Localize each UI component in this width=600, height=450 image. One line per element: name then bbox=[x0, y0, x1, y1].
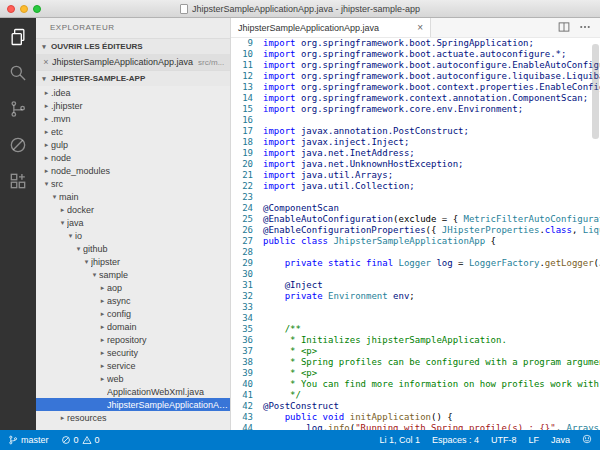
minimize-window-button[interactable] bbox=[20, 5, 28, 13]
line-number: 26 bbox=[231, 225, 253, 236]
line-number: 37 bbox=[231, 346, 253, 357]
activity-bar-item-extensions[interactable] bbox=[0, 165, 36, 201]
code-line-13[interactable]: 13import org.springframework.boot.contex… bbox=[231, 82, 600, 93]
code-line-11[interactable]: 11import org.springframework.boot.autoco… bbox=[231, 60, 600, 71]
project-section-header[interactable]: ▾ JHIPSTER-SAMPLE-APP bbox=[36, 70, 230, 86]
code-line-20[interactable]: 20import java.net.UnknownHostException; bbox=[231, 159, 600, 170]
tree-folder-web[interactable]: ▸web bbox=[36, 372, 230, 385]
code-line-38[interactable]: 38 * Spring profiles can be configured w… bbox=[231, 357, 600, 368]
editor-scrollbar-thumb[interactable] bbox=[592, 44, 599, 139]
activity-bar-item-search[interactable] bbox=[0, 57, 36, 93]
tree-folder-etc[interactable]: ▸etc bbox=[36, 125, 230, 138]
open-editors-header[interactable]: ▾ OUVRIR LES ÉDITEURS bbox=[36, 38, 230, 54]
chevron-collapsed-icon: ▸ bbox=[42, 167, 51, 175]
git-branch-indicator[interactable]: master bbox=[8, 435, 49, 445]
code-line-27[interactable]: 27public class JhipsterSampleApplication… bbox=[231, 236, 600, 247]
tree-folder-sample[interactable]: ▾sample bbox=[36, 268, 230, 281]
code-line-41[interactable]: 41 */ bbox=[231, 390, 600, 401]
tree-folder-docker[interactable]: ▸docker bbox=[36, 203, 230, 216]
code-line-19[interactable]: 19import java.net.InetAddress; bbox=[231, 148, 600, 159]
close-window-button[interactable] bbox=[7, 5, 15, 13]
code-editor[interactable]: 9import org.springframework.boot.SpringA… bbox=[231, 38, 600, 430]
code-line-26[interactable]: 26@EnableConfigurationProperties({ JHips… bbox=[231, 225, 600, 236]
code-line-42[interactable]: 42@PostConstruct bbox=[231, 401, 600, 412]
open-editor-item[interactable]: × JhipsterSampleApplicationApp.java src/… bbox=[36, 54, 230, 70]
more-actions-icon[interactable] bbox=[579, 19, 591, 37]
tree-folder-aop[interactable]: ▸aop bbox=[36, 281, 230, 294]
close-icon[interactable]: × bbox=[40, 57, 52, 67]
tree-folder-.mvn[interactable]: ▸.mvn bbox=[36, 112, 230, 125]
tree-folder-.idea[interactable]: ▸.idea bbox=[36, 86, 230, 99]
tree-folder-node_modules[interactable]: ▸node_modules bbox=[36, 164, 230, 177]
code-text bbox=[253, 313, 263, 324]
tab-jhipstersampleapplicationapp[interactable]: JhipsterSampleApplicationApp.java × bbox=[231, 18, 431, 37]
tab-close-icon[interactable]: × bbox=[417, 22, 423, 33]
zoom-window-button[interactable] bbox=[33, 5, 41, 13]
status-cursor-position[interactable]: Li 1, Col 1 bbox=[379, 435, 420, 445]
open-editor-file-path: src/m... bbox=[198, 58, 224, 67]
code-text: @EnableAutoConfiguration(exclude = { Met… bbox=[253, 214, 600, 225]
code-line-15[interactable]: 15import org.springframework.core.env.En… bbox=[231, 104, 600, 115]
code-line-32[interactable]: 32 private Environment env; bbox=[231, 291, 600, 302]
code-line-29[interactable]: 29 private static final Logger log = Log… bbox=[231, 258, 600, 269]
code-line-37[interactable]: 37 * <p> bbox=[231, 346, 600, 357]
code-line-31[interactable]: 31 @Inject bbox=[231, 280, 600, 291]
tree-folder-github[interactable]: ▾github bbox=[36, 242, 230, 255]
tree-item-label: gulp bbox=[51, 140, 230, 150]
code-line-35[interactable]: 35 /** bbox=[231, 324, 600, 335]
tree-file-JhipsterSampleApplicationApp.java[interactable]: JhipsterSampleApplicationApp.java bbox=[36, 398, 230, 411]
status-encoding[interactable]: UTF-8 bbox=[491, 435, 517, 445]
code-line-33[interactable]: 33 bbox=[231, 302, 600, 313]
tree-folder-jhipster[interactable]: ▾jhipster bbox=[36, 255, 230, 268]
tree-folder-async[interactable]: ▸async bbox=[36, 294, 230, 307]
tree-folder-domain[interactable]: ▸domain bbox=[36, 320, 230, 333]
problems-indicator[interactable]: 0 0 bbox=[61, 435, 100, 445]
tree-folder-src[interactable]: ▾src bbox=[36, 177, 230, 190]
code-line-16[interactable]: 16 bbox=[231, 115, 600, 126]
activity-bar-item-explorer[interactable] bbox=[0, 21, 36, 57]
tree-file-ApplicationWebXml.java[interactable]: ApplicationWebXml.java bbox=[36, 385, 230, 398]
tree-folder-main[interactable]: ▾main bbox=[36, 190, 230, 203]
tree-folder-gulp[interactable]: ▸gulp bbox=[36, 138, 230, 151]
chevron-collapsed-icon: ▸ bbox=[42, 141, 51, 149]
code-text: import java.net.InetAddress; bbox=[253, 148, 415, 159]
tree-folder-io[interactable]: ▾io bbox=[36, 229, 230, 242]
status-language-mode[interactable]: Java bbox=[551, 435, 570, 445]
line-number: 20 bbox=[231, 159, 253, 170]
split-editor-icon[interactable] bbox=[558, 19, 570, 37]
code-line-44[interactable]: 44 log.info("Running with Spring profile… bbox=[231, 423, 600, 430]
code-line-43[interactable]: 43 public void initApplication() { bbox=[231, 412, 600, 423]
activity-bar-item-debug[interactable] bbox=[0, 129, 36, 165]
code-line-21[interactable]: 21import java.util.Arrays; bbox=[231, 170, 600, 181]
status-indentation[interactable]: Espaces : 4 bbox=[432, 435, 479, 445]
code-line-39[interactable]: 39 * <p> bbox=[231, 368, 600, 379]
tree-folder-repository[interactable]: ▸repository bbox=[36, 333, 230, 346]
tree-folder-security[interactable]: ▸security bbox=[36, 346, 230, 359]
code-line-9[interactable]: 9import org.springframework.boot.SpringA… bbox=[231, 38, 600, 49]
code-line-10[interactable]: 10import org.springframework.boot.actuat… bbox=[231, 49, 600, 60]
tree-folder-node[interactable]: ▸node bbox=[36, 151, 230, 164]
code-line-40[interactable]: 40 * You can find more information on ho… bbox=[231, 379, 600, 390]
status-eol[interactable]: LF bbox=[528, 435, 539, 445]
tree-folder-config[interactable]: ▸config bbox=[36, 307, 230, 320]
code-line-14[interactable]: 14import org.springframework.context.ann… bbox=[231, 93, 600, 104]
chevron-collapsed-icon: ▸ bbox=[42, 89, 51, 97]
code-line-30[interactable]: 30 bbox=[231, 269, 600, 280]
tree-folder-resources[interactable]: ▸resources bbox=[36, 411, 230, 424]
tree-folder-service[interactable]: ▸service bbox=[36, 359, 230, 372]
code-line-18[interactable]: 18import javax.inject.Inject; bbox=[231, 137, 600, 148]
line-number: 10 bbox=[231, 49, 253, 60]
code-line-23[interactable]: 23 bbox=[231, 192, 600, 203]
code-line-17[interactable]: 17import javax.annotation.PostConstruct; bbox=[231, 126, 600, 137]
tree-folder-java[interactable]: ▾java bbox=[36, 216, 230, 229]
code-line-36[interactable]: 36 * Initializes jhipsterSampleApplicati… bbox=[231, 335, 600, 346]
code-line-28[interactable]: 28 bbox=[231, 247, 600, 258]
activity-bar-item-source-control[interactable] bbox=[0, 93, 36, 129]
feedback-smiley-icon[interactable] bbox=[582, 434, 592, 446]
code-line-25[interactable]: 25@EnableAutoConfiguration(exclude = { M… bbox=[231, 214, 600, 225]
tree-folder-.jhipster[interactable]: ▸.jhipster bbox=[36, 99, 230, 112]
code-line-34[interactable]: 34 bbox=[231, 313, 600, 324]
code-line-22[interactable]: 22import java.util.Collection; bbox=[231, 181, 600, 192]
code-line-24[interactable]: 24@ComponentScan bbox=[231, 203, 600, 214]
code-line-12[interactable]: 12import org.springframework.boot.autoco… bbox=[231, 71, 600, 82]
